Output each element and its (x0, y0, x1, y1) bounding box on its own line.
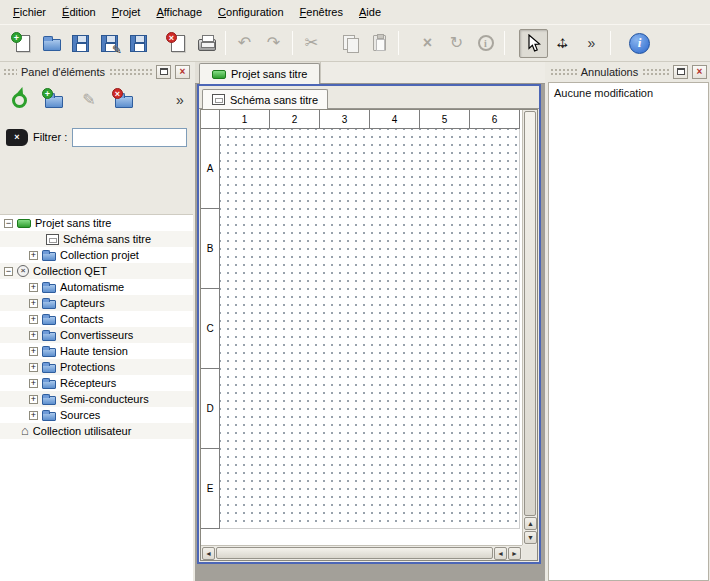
column-label: 4 (370, 110, 420, 129)
move-mode-button[interactable] (548, 29, 577, 58)
copy-button[interactable] (336, 29, 365, 58)
vertical-scroll-thumb[interactable] (524, 111, 536, 516)
rotate-button[interactable] (442, 29, 471, 58)
select-mode-button[interactable] (519, 29, 548, 58)
expand-icon[interactable] (29, 395, 38, 404)
undo-panel-title: Annulations (581, 66, 639, 78)
expand-icon[interactable] (29, 299, 38, 308)
elements-toolbar-extension-button[interactable] (171, 85, 189, 115)
row-label: A (201, 129, 220, 209)
undo-icon (238, 35, 251, 51)
tree-item-semi-conducteurs[interactable]: Semi-conducteurs (0, 391, 193, 407)
save-all-button[interactable] (124, 29, 153, 58)
diagram-canvas[interactable]: 1 2 3 4 5 6 A B C D E (201, 110, 522, 545)
horizontal-scrollbar[interactable] (201, 545, 522, 560)
expand-icon[interactable] (29, 363, 38, 372)
clear-filter-button[interactable] (6, 129, 28, 146)
tree-item-automatisme[interactable]: Automatisme (0, 279, 193, 295)
about-button[interactable] (625, 29, 654, 58)
print-button[interactable] (192, 29, 221, 58)
save-as-button[interactable] (95, 29, 124, 58)
paste-button[interactable] (365, 29, 394, 58)
filter-input[interactable] (72, 128, 187, 147)
menu-configuration[interactable]: Configuration (210, 2, 291, 22)
scrollbar-corner (522, 545, 537, 560)
delete-button[interactable] (413, 29, 442, 58)
menu-fenetres[interactable]: Fenêtres (292, 2, 351, 22)
qelectrotech-window: Fichier Édition Projet Affichage Configu… (0, 0, 710, 581)
tree-item-convertisseurs[interactable]: Convertisseurs (0, 327, 193, 343)
undo-panel-header[interactable]: Annulations (547, 62, 710, 81)
collapse-icon[interactable] (4, 267, 13, 276)
mdi-area: Projet sans titre Schéma sans titre 1 2 … (195, 62, 545, 581)
tree-item-schema[interactable]: Schéma sans titre (0, 231, 193, 247)
scroll-left-button[interactable] (494, 547, 507, 560)
info-icon (478, 35, 494, 51)
tree-item-project[interactable]: Projet sans titre (0, 215, 193, 231)
tree-item-protections[interactable]: Protections (0, 359, 193, 375)
tree-item-contacts[interactable]: Contacts (0, 311, 193, 327)
rotate-icon (450, 35, 463, 51)
close-panel-button[interactable] (175, 65, 190, 79)
menu-edition[interactable]: Édition (54, 2, 104, 22)
scroll-right-button[interactable] (508, 547, 521, 560)
column-label: 3 (320, 110, 370, 129)
dock-grip (3, 67, 17, 76)
folder-icon (42, 284, 56, 293)
expand-icon[interactable] (29, 379, 38, 388)
float-panel-button[interactable] (156, 65, 171, 79)
schema-tab[interactable]: Schéma sans titre (202, 89, 328, 109)
tree-item-capteurs[interactable]: Capteurs (0, 295, 193, 311)
redo-button[interactable] (259, 29, 288, 58)
project-tab[interactable]: Projet sans titre (199, 63, 320, 84)
new-element-button[interactable]: + (39, 85, 69, 115)
horizontal-scroll-thumb[interactable] (216, 547, 493, 559)
float-panel-button[interactable] (673, 65, 688, 79)
menu-aide[interactable]: Aide (351, 2, 389, 22)
scroll-left-button[interactable] (202, 547, 215, 560)
menu-fichier[interactable]: Fichier (5, 2, 54, 22)
toolbar-separator (504, 31, 505, 55)
toolbar-extension-button[interactable] (577, 29, 606, 58)
open-project-button[interactable] (37, 29, 66, 58)
tree-item-recepteurs[interactable]: Récepteurs (0, 375, 193, 391)
undo-history-list[interactable]: Aucune modification (548, 82, 709, 581)
new-project-button[interactable]: + (8, 29, 37, 58)
expand-icon[interactable] (29, 251, 38, 260)
menu-affichage[interactable]: Affichage (148, 2, 210, 22)
delete-element-button[interactable] (109, 85, 139, 115)
cut-button[interactable] (297, 29, 326, 58)
undo-empty-text: Aucune modification (554, 87, 703, 99)
expand-icon[interactable] (29, 331, 38, 340)
tree-item-sources[interactable]: Sources (0, 407, 193, 423)
collapse-icon[interactable] (4, 219, 13, 228)
tree-item-collection-projet[interactable]: Collection projet (0, 247, 193, 263)
reload-collections-button[interactable] (4, 85, 34, 115)
tree-item-haute-tension[interactable]: Haute tension (0, 343, 193, 359)
element-info-button[interactable] (471, 29, 500, 58)
undo-button[interactable] (230, 29, 259, 58)
expand-icon[interactable] (29, 347, 38, 356)
expand-icon[interactable] (29, 411, 38, 420)
elements-panel-header[interactable]: Panel d'éléments (0, 62, 193, 81)
close-file-button[interactable] (163, 29, 192, 58)
folder-icon (42, 348, 56, 357)
close-panel-button[interactable] (692, 65, 707, 79)
dock-grip (642, 67, 669, 76)
tree-item-collection-qet[interactable]: Collection QET (0, 263, 193, 279)
vertical-scrollbar[interactable] (522, 110, 537, 545)
expand-icon[interactable] (29, 283, 38, 292)
schematic-grid-paper[interactable] (220, 129, 520, 529)
save-icon (72, 35, 89, 52)
tree-item-collection-utilisateur[interactable]: Collection utilisateur (0, 423, 193, 439)
menu-projet[interactable]: Projet (104, 2, 149, 22)
scroll-down-button[interactable] (524, 531, 537, 544)
edit-element-button[interactable] (74, 85, 104, 115)
folder-icon (42, 252, 56, 261)
tree-item-label: Collection QET (33, 265, 107, 277)
printer-icon (198, 39, 216, 51)
scroll-up-button[interactable] (524, 517, 537, 530)
save-button[interactable] (66, 29, 95, 58)
chevron-right-icon (588, 35, 596, 51)
expand-icon[interactable] (29, 315, 38, 324)
